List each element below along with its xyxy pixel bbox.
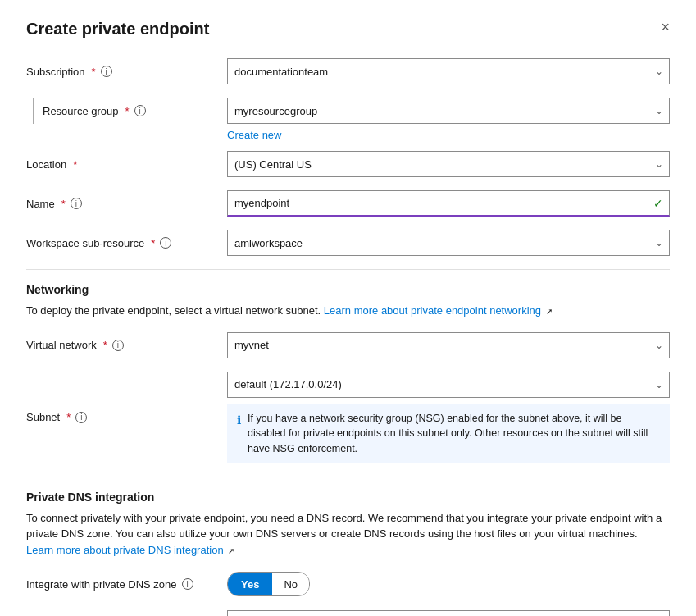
workspace-sub-resource-info-icon[interactable]: i	[160, 237, 171, 249]
virtual-network-label: Virtual network	[26, 339, 97, 351]
subnet-label: Subnet	[26, 411, 60, 423]
subscription-info-icon[interactable]: i	[101, 66, 112, 77]
private-dns-description: To connect privately with your private e…	[26, 510, 670, 559]
name-label: Name	[26, 198, 55, 210]
workspace-sub-resource-dropdown-wrapper: amlworkspace ⌄	[227, 230, 670, 256]
resource-group-select[interactable]: myresourcegroup	[227, 98, 670, 124]
subnet-input-col: default (172.17.0.0/24) ⌄ ℹ If you have …	[227, 372, 670, 463]
dialog-header: Create private endpoint ×	[26, 20, 670, 39]
private-dns-zone-input-col: (New) privatelink.workspacecore.azure.ne…	[227, 610, 670, 616]
networking-description: To deploy the private endpoint, select a…	[26, 303, 670, 319]
subnet-select[interactable]: default (172.17.0.0/24)	[227, 372, 670, 398]
subscription-input-col: documentationteam ⌄	[227, 58, 670, 84]
virtual-network-label-col: Virtual network * i	[26, 339, 227, 351]
location-dropdown-wrapper: (US) Central US ⌄	[227, 151, 670, 177]
networking-heading: Networking	[26, 283, 670, 296]
subnet-label-col: Subnet * i	[26, 411, 227, 423]
resource-group-info-icon[interactable]: i	[134, 105, 146, 116]
subnet-required: *	[66, 411, 71, 423]
resource-group-inner: Resource group * i myresourcegroup ⌄	[43, 98, 670, 124]
virtual-network-row: Virtual network * i myvnet ⌄	[26, 332, 670, 358]
workspace-sub-resource-select[interactable]: amlworkspace	[227, 230, 670, 256]
resource-group-required: *	[125, 105, 130, 117]
divider-1	[26, 269, 670, 270]
virtual-network-dropdown-wrapper: myvnet ⌄	[227, 332, 670, 358]
virtual-network-info-icon[interactable]: i	[112, 340, 124, 351]
workspace-sub-resource-label-col: Workspace sub-resource * i	[26, 237, 227, 249]
private-dns-heading: Private DNS integration	[26, 491, 670, 504]
name-required: *	[61, 198, 66, 210]
integrate-dns-row: Integrate with private DNS zone i Yes No	[26, 571, 670, 597]
subnet-dropdown-wrapper: default (172.17.0.0/24) ⌄	[227, 372, 670, 398]
resource-group-label: Resource group	[43, 105, 119, 117]
networking-external-icon: ➚	[546, 307, 553, 316]
name-input-wrapper: ✓	[227, 190, 670, 217]
location-label-col: Location *	[26, 158, 227, 171]
private-dns-zone-select[interactable]: (New) privatelink.workspacecore.azure.ne…	[227, 610, 670, 616]
integrate-dns-info-icon[interactable]: i	[182, 578, 193, 590]
create-new-link[interactable]: Create new	[227, 129, 281, 141]
nsg-info-icon: ℹ	[237, 412, 241, 429]
subnet-info-icon[interactable]: i	[75, 412, 87, 423]
nsg-info-text: If you have a network security group (NS…	[248, 411, 660, 457]
virtual-network-select[interactable]: myvnet	[227, 332, 670, 358]
subscription-label: Subscription	[26, 66, 85, 78]
integrate-dns-label-col: Integrate with private DNS zone i	[26, 578, 227, 591]
resource-group-indent-wrapper: Resource group * i myresourcegroup ⌄	[26, 98, 670, 124]
subscription-select[interactable]: documentationteam	[227, 58, 670, 84]
name-label-col: Name * i	[26, 198, 227, 210]
private-dns-zone-dropdown-wrapper: (New) privatelink.workspacecore.azure.ne…	[227, 610, 670, 616]
location-label: Location	[26, 158, 66, 171]
location-select[interactable]: (US) Central US	[227, 151, 670, 177]
virtual-network-input-col: myvnet ⌄	[227, 332, 670, 358]
indent-line	[33, 98, 34, 124]
close-button[interactable]: ×	[661, 20, 670, 34]
dialog-title: Create private endpoint	[26, 20, 209, 39]
workspace-sub-resource-label: Workspace sub-resource	[26, 237, 144, 249]
location-input-col: (US) Central US ⌄	[227, 151, 670, 177]
subscription-required: *	[92, 66, 96, 78]
toggle-no-button[interactable]: No	[272, 573, 309, 595]
location-required: *	[73, 158, 77, 171]
name-input-col: ✓	[227, 190, 670, 217]
subnet-row: Subnet * i default (172.17.0.0/24) ⌄ ℹ I…	[26, 372, 670, 463]
subscription-label-col: Subscription * i	[26, 66, 227, 78]
resource-group-input-col: myresourcegroup ⌄	[227, 98, 670, 124]
private-dns-learn-more-link[interactable]: Learn more about private DNS integration	[26, 544, 224, 556]
private-dns-zone-row: Private DNS Zone * i (New) privatelink.w…	[26, 610, 670, 616]
workspace-sub-resource-row: Workspace sub-resource * i amlworkspace …	[26, 230, 670, 256]
indent-line-container	[26, 98, 43, 124]
location-row: Location * (US) Central US ⌄	[26, 151, 670, 177]
name-input[interactable]	[227, 190, 670, 217]
subscription-row: Subscription * i documentationteam ⌄	[26, 58, 670, 84]
create-private-endpoint-dialog: Create private endpoint × Subscription *…	[0, 0, 696, 616]
resource-group-dropdown-wrapper: myresourcegroup ⌄	[227, 98, 670, 124]
networking-learn-more-link[interactable]: Learn more about private endpoint networ…	[324, 304, 541, 317]
integrate-dns-input-col: Yes No	[227, 572, 670, 596]
nsg-info-box: ℹ If you have a network security group (…	[227, 404, 670, 463]
name-row: Name * i ✓	[26, 190, 670, 217]
divider-2	[26, 477, 670, 477]
toggle-yes-button[interactable]: Yes	[228, 573, 272, 595]
workspace-sub-resource-input-col: amlworkspace ⌄	[227, 230, 670, 256]
name-checkmark-icon: ✓	[653, 197, 663, 210]
name-info-icon[interactable]: i	[71, 198, 82, 209]
subscription-dropdown-wrapper: documentationteam ⌄	[227, 58, 670, 84]
resource-group-label-col: Resource group * i	[43, 105, 227, 117]
integrate-dns-label: Integrate with private DNS zone	[26, 578, 177, 591]
private-dns-external-icon: ➚	[228, 546, 234, 555]
workspace-sub-resource-required: *	[151, 237, 155, 249]
virtual-network-required: *	[103, 339, 107, 351]
dns-toggle-container: Yes No	[227, 572, 310, 596]
